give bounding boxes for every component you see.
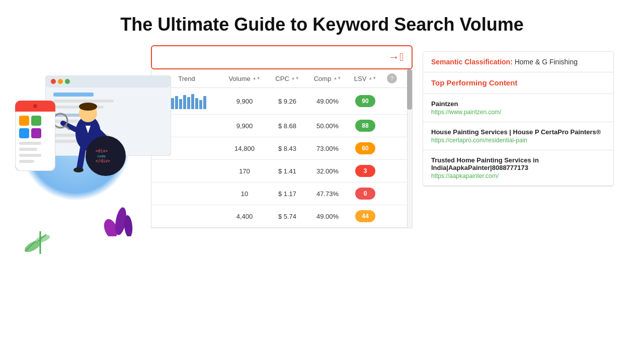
lsv-badge: 88 [355,120,375,132]
table-header: Trend Volume ▲▼ CPC ▲▼ Comp ▲▼ [151,69,412,88]
content-item-title: Trusted Home Painting Services in India|… [431,156,605,171]
comp-cell: 49.00% [307,98,348,105]
volume-cell: 14,800 [222,145,267,152]
col-volume: Volume ▲▼ [222,73,267,83]
info-card: Semantic Classification: Home & G Finish… [423,51,614,187]
cpc-cell: $ 9.26 [267,98,307,105]
leaf-decor [20,211,60,263]
table-row: 4,400 $ 5.74 49.00% 44 [151,205,412,228]
svg-rect-19 [19,128,29,138]
cpc-cell: $ 1.41 [267,167,307,175]
illustration-area: <div> code </div> [15,75,176,317]
page-title: The Ultimate Guide to Keyword Search Vol… [0,0,644,45]
lsv-cell: 90 [348,95,383,107]
semantic-classification: Semantic Classification: Home & G Finish… [423,52,613,72]
content-item-url[interactable]: https://aapkapainter.com/ [431,172,605,179]
left-section: <div> code </div> [30,45,413,228]
comp-cell: 73.00% [307,145,348,152]
semantic-label: Semantic Classification: [431,58,513,66]
svg-text:<div>: <div> [96,149,108,153]
bar [203,96,206,109]
table-row: 170 $ 1.41 32.00% 3 [151,160,412,183]
comp-cell: 50.00% [307,122,348,130]
bar [187,97,190,109]
semantic-value: Home & G Finishing [515,58,578,66]
table-row: 14,800 $ 8.43 73.00% 60 [151,137,412,160]
lsv-badge: 0 [355,188,375,200]
lsv-cell: 0 [348,188,383,200]
svg-line-28 [63,123,78,131]
search-arrow-icon: →⃝ [388,51,404,64]
svg-point-34 [73,167,84,172]
bar [179,99,182,109]
lsv-sort[interactable]: ▲▼ [368,76,376,80]
cpc-cell: $ 8.68 [267,122,307,130]
cpc-cell: $ 1.17 [267,190,307,198]
content-item-title: House Painting Services | House P CertaP… [431,128,605,136]
cpc-cell: $ 8.43 [267,145,307,152]
svg-rect-20 [31,128,41,138]
lsv-cell: 3 [348,165,383,177]
svg-point-4 [65,79,70,84]
svg-rect-21 [19,142,41,145]
content-item: Trusted Home Painting Services in India|… [423,150,613,186]
volume-sort[interactable]: ▲▼ [253,76,261,80]
svg-rect-22 [19,148,37,151]
bar [191,94,194,109]
cpc-cell: $ 5.74 [267,213,307,220]
svg-rect-24 [19,160,34,163]
top-performing-title: Top Performing Content [431,78,517,87]
top-performing-header: Top Performing Content [423,72,613,94]
table-row: 10 $ 1.17 47.73% 0 [151,183,412,205]
svg-line-32 [79,148,83,168]
bar [183,95,186,109]
lsv-badge: 44 [355,210,375,222]
cpc-sort[interactable]: ▲▼ [291,76,299,80]
bar [199,100,202,109]
scrollbar-track[interactable] [407,69,412,228]
table-row: 9,900 $ 9.26 49.00% 90 [151,88,412,115]
phone-mockup [15,101,55,173]
lsv-cell: 44 [348,210,383,222]
svg-text:code: code [97,154,106,158]
lsv-badge: 3 [355,165,375,177]
right-section: Semantic Classification: Home & G Finish… [423,51,614,187]
svg-point-3 [58,79,63,84]
comp-cell: 32.00% [307,167,348,175]
svg-point-16 [33,104,37,108]
code-circle: <div> code </div> [86,136,126,176]
volume-cell: 10 [222,190,267,198]
volume-cell: 170 [222,167,267,175]
svg-text:</div>: </div> [96,159,110,163]
content-item-title: Paintzen [431,100,605,108]
svg-rect-17 [19,116,29,126]
table-container: →⃝ Trend Volume ▲▼ CPC ▲▼ [151,45,413,228]
volume-cell: 4,400 [222,213,267,220]
content-item-url[interactable]: https://www.paintzen.com/ [431,109,605,116]
svg-rect-18 [31,116,41,126]
help-icon[interactable]: ? [387,73,397,83]
col-lsv: LSV ▲▼ [348,73,383,83]
comp-cell: 49.00% [307,213,348,220]
lsv-cell: 88 [348,120,383,132]
bar [195,98,198,109]
col-cpc: CPC ▲▼ [267,73,307,83]
svg-rect-23 [19,154,41,157]
search-bar[interactable]: →⃝ [151,45,413,69]
data-table: Trend Volume ▲▼ CPC ▲▼ Comp ▲▼ [151,69,413,228]
content-item-url[interactable]: https://certapro.com/residential-pain [431,137,605,144]
volume-cell: 9,900 [222,122,267,130]
svg-point-27 [79,103,97,111]
col-help: ? [383,73,401,83]
scrollbar-thumb[interactable] [407,69,412,110]
purple-decor [101,191,136,238]
comp-cell: 47.73% [307,190,348,198]
table-row: 9,900 $ 8.68 50.00% 88 [151,115,412,137]
content-item: House Painting Services | House P CertaP… [423,122,613,150]
lsv-cell: 60 [348,142,383,154]
col-comp: Comp ▲▼ [307,73,348,83]
svg-point-2 [51,79,56,84]
content-item: Paintzen https://www.paintzen.com/ [423,94,613,122]
lsv-badge: 90 [355,95,375,107]
comp-sort[interactable]: ▲▼ [333,76,341,80]
